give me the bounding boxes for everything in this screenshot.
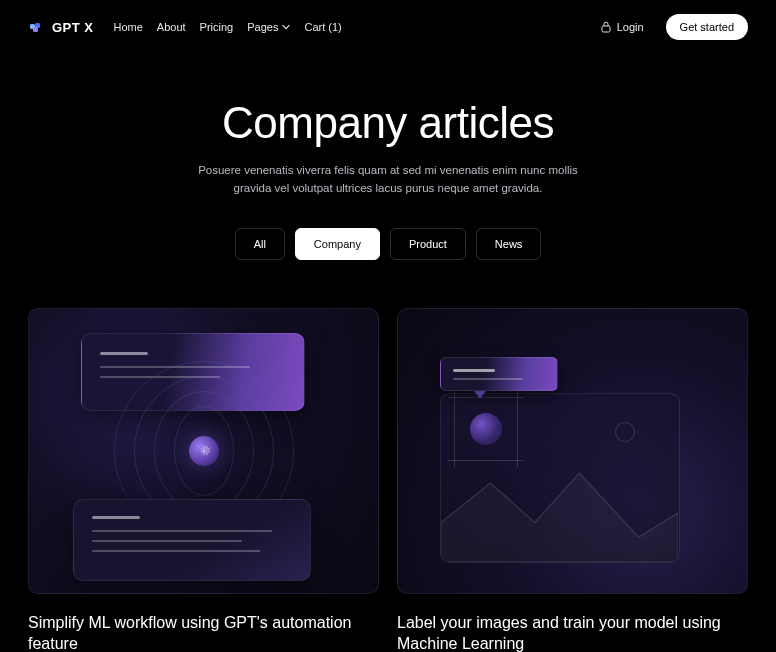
chevron-down-icon [282, 23, 290, 31]
tab-product[interactable]: Product [390, 228, 466, 260]
top-nav: GPT X Home About Pricing Pages Cart (1) … [0, 0, 776, 40]
nav-link-about[interactable]: About [157, 21, 186, 33]
svg-rect-3 [602, 26, 610, 32]
nav-link-pages[interactable]: Pages [247, 21, 290, 33]
hero: Company articles Posuere venenatis viver… [0, 98, 776, 198]
article-card[interactable]: Simplify ML workflow using GPT's automat… [28, 308, 379, 652]
brand-name: GPT X [52, 20, 94, 35]
nav-link-home[interactable]: Home [114, 21, 143, 33]
article-thumbnail [28, 308, 379, 594]
tab-all[interactable]: All [235, 228, 285, 260]
get-started-button[interactable]: Get started [666, 14, 748, 40]
brand-logo-icon [28, 19, 44, 35]
illustration-panel [73, 499, 311, 581]
login-label: Login [617, 21, 644, 33]
illustration-label-panel [440, 357, 558, 391]
svg-point-4 [202, 449, 206, 453]
article-card[interactable]: Label your images and train your model u… [397, 308, 748, 652]
pointer-icon [474, 391, 486, 399]
article-thumbnail [397, 308, 748, 594]
article-title: Label your images and train your model u… [397, 612, 748, 652]
svg-rect-2 [33, 27, 38, 32]
page-subtitle: Posuere venenatis viverra felis quam at … [188, 162, 588, 198]
orb-icon [470, 413, 502, 445]
page-title: Company articles [0, 98, 776, 148]
category-tabs: All Company Product News [0, 228, 776, 260]
nav-link-cart[interactable]: Cart (1) [304, 21, 341, 33]
tab-company[interactable]: Company [295, 228, 380, 260]
brand[interactable]: GPT X [28, 19, 94, 35]
nav-link-pages-label: Pages [247, 21, 278, 33]
article-title: Simplify ML workflow using GPT's automat… [28, 612, 379, 652]
crosshair-icon [454, 397, 518, 461]
nav-links: Home About Pricing Pages Cart (1) [114, 21, 342, 33]
gear-icon [189, 436, 219, 466]
nav-link-pricing[interactable]: Pricing [200, 21, 234, 33]
tab-news[interactable]: News [476, 228, 542, 260]
login-link[interactable]: Login [601, 21, 644, 33]
lock-icon [601, 21, 611, 33]
article-grid: Simplify ML workflow using GPT's automat… [0, 308, 776, 652]
